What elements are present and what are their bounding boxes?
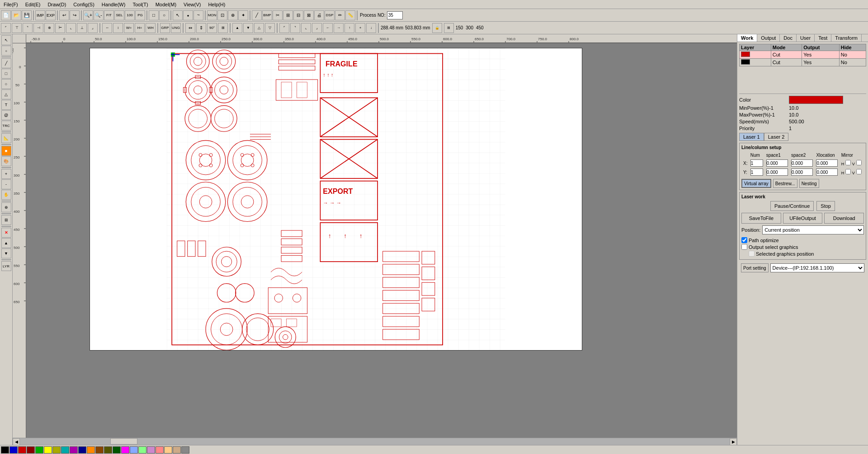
zoom-in-button[interactable]: 🔍+ <box>83 10 93 20</box>
color-green[interactable] <box>35 446 43 454</box>
color-tan[interactable] <box>173 446 181 454</box>
color-cyan[interactable] <box>61 446 69 454</box>
port-setting-btn[interactable]: Port setting <box>741 263 769 272</box>
dash-btn[interactable]: ⊠ <box>304 10 314 20</box>
split-btn[interactable]: ⊟ <box>293 10 303 20</box>
dist-v-btn[interactable]: ↕ <box>113 23 123 33</box>
layers-btn[interactable]: LYR <box>1 261 11 271</box>
print-btn[interactable]: 🖨 <box>314 10 324 20</box>
line-btn[interactable]: ╱ <box>252 10 262 20</box>
color-brown[interactable] <box>95 446 104 454</box>
menu-file[interactable]: File(F) <box>0 1 22 8</box>
color-lightpurple[interactable] <box>147 446 155 454</box>
scroll-track-h[interactable] <box>20 438 730 445</box>
align-tr-btn[interactable]: ⌝ <box>23 23 33 33</box>
tab-transform[interactable]: Transform <box>831 34 862 42</box>
arr-t-btn[interactable]: ↑ <box>344 23 354 33</box>
dots-btn[interactable]: ⊡ <box>217 10 227 20</box>
zoom-100-button[interactable]: 100 <box>125 10 135 20</box>
group-btn[interactable]: GRP <box>160 23 170 33</box>
laser1-tab[interactable]: Laser 1 <box>739 133 764 141</box>
color-darkblue[interactable] <box>78 446 86 454</box>
menu-help[interactable]: Help(H) <box>204 1 229 8</box>
horizontal-scrollbar[interactable]: ◀ ▶ <box>13 438 737 445</box>
rect-tool[interactable]: □ <box>149 10 159 20</box>
arr-tl-btn[interactable]: ⌜ <box>279 23 289 33</box>
arr-bl-btn[interactable]: ⌞ <box>301 23 311 33</box>
align-bl-btn[interactable]: ⌞ <box>66 23 76 33</box>
coord-scale-btn[interactable]: ⊞ <box>444 23 454 33</box>
color-yellow[interactable] <box>44 446 52 454</box>
color-swatch-big[interactable] <box>789 96 843 104</box>
color-lightblue[interactable] <box>130 446 138 454</box>
up-arrow-btn[interactable]: ▲ <box>1 238 11 248</box>
export-button[interactable]: EXP <box>46 10 56 20</box>
zoom-out-button[interactable]: 🔍- <box>94 10 104 20</box>
menu-handle[interactable]: Handle(W) <box>98 1 129 8</box>
color-darkgreen[interactable] <box>113 446 121 454</box>
poly-draw-btn[interactable]: △ <box>1 89 11 99</box>
star-btn[interactable]: ✦ <box>238 10 248 20</box>
y-xloc-input[interactable] <box>816 168 838 176</box>
tab-test[interactable]: Test <box>815 34 831 42</box>
select-tool[interactable]: ↖ <box>173 10 183 20</box>
monitor-btn[interactable]: MON <box>207 10 217 20</box>
layer-row-2[interactable]: Cut Yes No <box>740 59 866 66</box>
color-pick-btn[interactable]: 🎨 <box>1 156 11 166</box>
color-darkyellow[interactable] <box>52 446 61 454</box>
undo-button[interactable]: ↩ <box>59 10 69 20</box>
x-space1-input[interactable] <box>766 159 788 167</box>
color-olive[interactable] <box>104 446 112 454</box>
rect-draw-btn[interactable]: □ <box>1 69 11 79</box>
to-front-btn[interactable]: ▲ <box>232 23 242 33</box>
down-arrow-btn[interactable]: ▼ <box>1 248 11 258</box>
menu-model[interactable]: Model(M) <box>152 1 180 8</box>
save-to-file-btn[interactable]: SaveToFile <box>741 213 781 224</box>
zoom-select-button[interactable]: SEL <box>114 10 124 20</box>
dist-h-btn[interactable]: ↔ <box>102 23 112 33</box>
crosshair-btn[interactable]: ⊕ <box>1 202 11 212</box>
color-red[interactable] <box>18 446 26 454</box>
zoom-in-lt-btn[interactable]: + <box>1 169 11 179</box>
cross-btn[interactable]: ⊕ <box>228 10 238 20</box>
rot90-btn[interactable]: 90° <box>207 23 217 33</box>
save-button[interactable]: 💾 <box>22 10 32 20</box>
laser2-tab[interactable]: Laser 2 <box>764 133 789 141</box>
path-optimize-check[interactable] <box>741 237 747 243</box>
menu-edit[interactable]: Edit(E) <box>22 1 44 8</box>
bwd-btn[interactable]: ▽ <box>265 23 275 33</box>
ruler-btn[interactable]: 📏 <box>345 10 355 20</box>
scroll-right-btn[interactable]: ▶ <box>730 438 737 445</box>
color-salmon[interactable] <box>156 446 164 454</box>
coord-lock-btn[interactable]: 🔒 <box>432 23 442 33</box>
align-br-btn[interactable]: ⌟ <box>88 23 98 33</box>
output-select-check[interactable] <box>741 244 747 250</box>
color-orange[interactable] <box>87 446 95 454</box>
curve-tool[interactable]: ~ <box>193 10 203 20</box>
arr-b-btn[interactable]: ↓ <box>366 23 376 33</box>
trace-btn[interactable]: TRC <box>1 121 11 131</box>
align-ml-btn[interactable]: ⊣ <box>33 23 43 33</box>
color-lightgreen[interactable] <box>138 446 146 454</box>
menu-draw[interactable]: Draw(D) <box>44 1 70 8</box>
y-num-input[interactable] <box>750 168 763 176</box>
canvas[interactable]: FRAGILE ↑ ↑ ↑ EXPORT <box>26 43 737 438</box>
ungroup-btn[interactable]: UNG <box>171 23 181 33</box>
tab-user[interactable]: User <box>797 34 815 42</box>
virtual-array-btn[interactable]: Virtual array <box>741 179 771 188</box>
zoom-out-lt-btn[interactable]: - <box>1 179 11 189</box>
align-tc-btn[interactable]: ⊤ <box>12 23 22 33</box>
ufile-output-btn[interactable]: UFileOutput <box>783 213 823 224</box>
position-select[interactable]: Current position <box>762 225 864 234</box>
line-draw-btn[interactable]: ╱ <box>1 58 11 68</box>
new-button[interactable]: 📄 <box>1 10 11 20</box>
align-mr-btn[interactable]: ⊢ <box>55 23 65 33</box>
tab-output[interactable]: Output <box>757 34 780 42</box>
zoom-page-button[interactable]: PG <box>135 10 145 20</box>
node-edit-btn[interactable]: ⬦ <box>1 46 11 56</box>
tab-work[interactable]: Work <box>737 34 757 42</box>
rot180-btn[interactable]: ⊞ <box>218 23 228 33</box>
arr-l-btn[interactable]: ← <box>323 23 333 33</box>
color-black[interactable] <box>1 446 9 454</box>
tab-doc[interactable]: Doc <box>780 34 797 42</box>
